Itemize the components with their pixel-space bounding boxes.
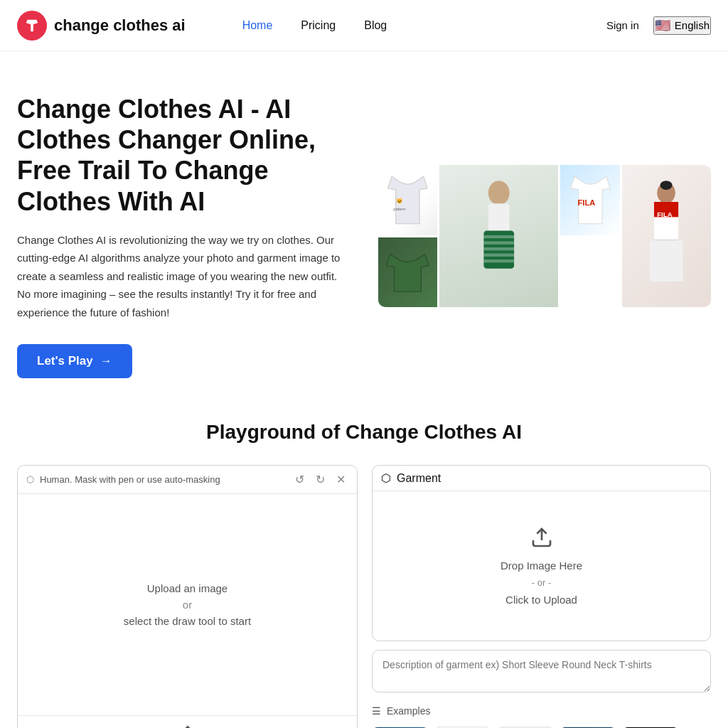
svg-text:🐱: 🐱 [396,197,403,204]
garment-panel: ⬡ Garment Drop Image Here - or - Click t… [372,465,711,641]
hero-title: Change Clothes AI - AI Clothes Changer O… [17,94,350,217]
svg-rect-9 [484,259,515,262]
hero-collage: 🐱 pattern [378,165,711,307]
hero-section: Change Clothes AI - AI Clothes Changer O… [0,51,728,407]
garment-description-input[interactable] [372,650,711,692]
navbar: change clothes ai Home Pricing Blog Sign… [0,0,728,51]
logo-text: change clothes ai [54,16,186,35]
cta-label: Let's Play [37,354,93,368]
panel-icon: ⬡ [26,474,34,485]
nav-links: Home Pricing Blog [242,19,387,32]
left-canvas[interactable]: Upload an image or select the draw tool … [18,494,357,715]
garment-label: Garment [397,472,441,485]
collage-image-4: FILA [622,165,711,307]
draw-tool-text: select the draw tool to start [124,615,251,627]
examples-label: Examples [387,705,430,717]
right-panel: ⬡ Garment Drop Image Here - or - Click t… [372,465,711,728]
drop-or-text: - or - [532,577,551,588]
examples-section: ☰ Examples 🐭 [372,701,711,728]
redo-button[interactable]: ↻ [313,471,328,488]
collage-image-3: FILA [560,165,619,235]
upload-arrow-icon [530,526,553,554]
left-panel-header: ⬡ Human. Mask with pen or use auto-maski… [18,466,357,494]
panel-header-actions: ↺ ↻ ✕ [292,471,348,488]
collage-image-5 [378,237,437,308]
svg-point-2 [488,181,510,205]
collage-image-2 [439,165,558,307]
svg-rect-7 [484,247,515,250]
drop-image-text: Drop Image Here [500,560,582,572]
svg-rect-8 [484,254,515,257]
collage-image-1: 🐱 pattern [378,165,437,235]
human-mask-label: Human. Mask with pen or use auto-masking [40,474,287,485]
language-selector[interactable]: 🇺🇸 English [653,16,711,35]
nav-blog[interactable]: Blog [364,19,387,32]
nav-home[interactable]: Home [242,19,273,32]
hero-left: Change Clothes AI - AI Clothes Changer O… [17,94,350,378]
svg-text:FILA: FILA [577,198,595,207]
left-panel: ⬡ Human. Mask with pen or use auto-maski… [17,465,358,728]
garment-header: ⬡ Garment [373,466,710,491]
svg-point-12 [660,181,673,190]
svg-rect-6 [484,242,515,245]
nav-right: Sign in 🇺🇸 English [606,16,711,35]
logo-link[interactable]: change clothes ai [17,11,186,41]
garment-drop-area[interactable]: Drop Image Here - or - Click to Upload [373,491,710,641]
svg-rect-17 [650,240,683,282]
garment-icon: ⬡ [381,471,391,485]
flag-icon: 🇺🇸 [655,18,670,33]
playground-title: Playground of Change Clothes AI [17,421,711,444]
examples-toggle[interactable]: ☰ Examples [372,701,711,721]
hero-description: Change Clothes AI is revolutionizing the… [17,231,350,322]
upload-text: Upload an image [147,582,228,594]
nav-pricing[interactable]: Pricing [301,19,336,32]
playground-grid: ⬡ Human. Mask with pen or use auto-maski… [17,465,711,728]
click-to-upload-text: Click to Upload [505,594,577,606]
svg-text:FILA: FILA [658,210,673,218]
close-button[interactable]: ✕ [333,471,348,488]
upload-button[interactable] [179,724,196,728]
sign-in-button[interactable]: Sign in [606,19,639,31]
hero-right: 🐱 pattern [378,165,711,307]
undo-button[interactable]: ↺ [292,471,307,488]
upload-bar [18,715,357,728]
svg-text:pattern: pattern [394,207,406,211]
or-text: or [183,599,192,611]
language-label: English [675,19,710,31]
cta-button[interactable]: Let's Play → [17,344,132,378]
svg-rect-5 [484,235,515,238]
cta-arrow-icon: → [100,354,112,368]
svg-rect-3 [488,203,510,232]
logo-icon [17,11,47,41]
playground-section: Playground of Change Clothes AI ⬡ Human.… [0,407,728,728]
examples-menu-icon: ☰ [372,705,381,717]
